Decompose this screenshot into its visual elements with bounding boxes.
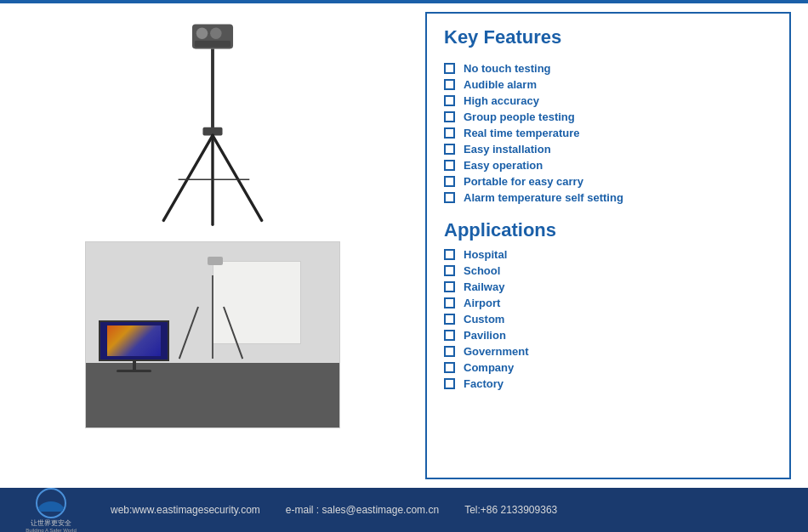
- app-checkbox: [444, 362, 455, 373]
- footer-tel-value: +86 2133909363: [481, 504, 557, 516]
- logo-text-cn: 让世界更安全: [31, 518, 71, 528]
- app-text: Pavilion: [464, 329, 506, 342]
- svg-rect-4: [211, 48, 214, 130]
- feature-text: Real time temperature: [464, 127, 580, 139]
- feature-item: Alarm temperature self setting: [444, 191, 772, 204]
- feature-checkbox: [444, 127, 455, 139]
- footer: 让世界更安全 Building A Safer World web:www.ea…: [0, 488, 808, 532]
- app-checkbox: [444, 314, 455, 325]
- svg-line-6: [163, 135, 213, 220]
- camera-device: [208, 257, 223, 265]
- feature-text: High accuracy: [464, 94, 539, 107]
- app-item: Government: [444, 345, 772, 358]
- feature-checkbox: [444, 79, 455, 90]
- features-title: Key Features: [444, 26, 772, 48]
- app-text: Company: [464, 361, 514, 374]
- app-checkbox: [444, 249, 455, 260]
- monitor-screen-inner: [107, 325, 162, 356]
- app-item: Airport: [444, 297, 772, 309]
- logo-label: Building A Safer World: [26, 528, 77, 533]
- applications-section: Applications HospitalSchoolRailwayAirpor…: [444, 219, 772, 390]
- room-floor: [86, 363, 339, 427]
- monitor: [99, 320, 169, 372]
- feature-text: No touch testing: [464, 62, 551, 75]
- feature-text: Alarm temperature self setting: [464, 191, 623, 204]
- feature-item: Easy operation: [444, 159, 772, 172]
- svg-line-7: [213, 135, 262, 220]
- room-scene: [86, 242, 339, 427]
- feature-item: No touch testing: [444, 62, 772, 75]
- room-board: [213, 261, 301, 344]
- feature-item: High accuracy: [444, 94, 772, 107]
- monitor-base: [117, 370, 152, 372]
- app-checkbox: [444, 378, 455, 389]
- feature-checkbox: [444, 111, 455, 122]
- svg-rect-1: [196, 27, 208, 38]
- footer-email-label: e-mail :: [286, 504, 319, 516]
- logo-circle: [36, 488, 66, 518]
- app-checkbox: [444, 297, 455, 308]
- tripod-svg: [128, 16, 298, 229]
- footer-website-value: www.eastimagesecurity.com: [132, 504, 260, 516]
- app-text: Factory: [464, 377, 504, 390]
- feature-text: Group people testing: [464, 110, 575, 123]
- app-text: Railway: [464, 280, 504, 293]
- app-checkbox: [444, 330, 455, 341]
- product-image-room: [85, 241, 340, 428]
- footer-tel-label: Tel:: [464, 504, 481, 516]
- app-text: School: [464, 264, 500, 277]
- feature-item: Audible alarm: [444, 78, 772, 91]
- app-item: Factory: [444, 377, 772, 390]
- main-content: Key Features No touch testingAudible ala…: [0, 3, 808, 488]
- applications-list: HospitalSchoolRailwayAirportCustomPavili…: [444, 248, 772, 390]
- feature-checkbox: [444, 63, 455, 74]
- monitor-stand: [133, 361, 136, 369]
- feature-item: Portable for easy carry: [444, 175, 772, 188]
- product-image-tripod: [85, 12, 340, 233]
- feature-text: Easy installation: [464, 143, 551, 156]
- feature-checkbox: [444, 192, 455, 203]
- footer-text: web:www.eastimagesecurity.com e-mail : s…: [111, 504, 557, 516]
- app-text: Custom: [464, 313, 504, 325]
- app-checkbox: [444, 281, 455, 292]
- features-list: No touch testingAudible alarmHigh accura…: [444, 62, 772, 204]
- applications-title: Applications: [444, 219, 772, 241]
- feature-checkbox: [444, 160, 455, 171]
- app-checkbox: [444, 265, 455, 276]
- feature-text: Easy operation: [464, 159, 543, 172]
- footer-logo: 让世界更安全 Building A Safer World: [17, 488, 85, 533]
- footer-tel: Tel:+86 2133909363: [464, 504, 557, 516]
- footer-website-label: web:: [111, 504, 132, 516]
- app-text: Government: [464, 345, 529, 358]
- app-item: Railway: [444, 280, 772, 293]
- right-panel: Key Features No touch testingAudible ala…: [425, 12, 791, 479]
- app-item: School: [444, 264, 772, 277]
- feature-checkbox: [444, 144, 455, 155]
- app-item: Pavilion: [444, 329, 772, 342]
- app-text: Airport: [464, 297, 500, 309]
- feature-text: Audible alarm: [464, 78, 537, 91]
- feature-item: Real time temperature: [444, 127, 772, 139]
- svg-rect-3: [195, 41, 230, 48]
- tripod-stand: [212, 275, 213, 359]
- footer-email-value: sales@eastimage.com.cn: [322, 504, 440, 516]
- footer-email: e-mail : sales@eastimage.com.cn: [286, 504, 439, 516]
- svg-rect-2: [210, 27, 221, 38]
- footer-website: web:www.eastimagesecurity.com: [111, 504, 260, 516]
- app-checkbox: [444, 346, 455, 357]
- feature-checkbox: [444, 95, 455, 106]
- app-item: Company: [444, 361, 772, 374]
- left-panel: [17, 12, 408, 479]
- app-item: Hospital: [444, 248, 772, 261]
- feature-checkbox: [444, 176, 455, 187]
- feature-text: Portable for easy carry: [464, 175, 583, 188]
- monitor-screen: [99, 320, 169, 362]
- app-item: Custom: [444, 313, 772, 325]
- logo-wave: [37, 501, 65, 512]
- feature-item: Easy installation: [444, 143, 772, 156]
- feature-item: Group people testing: [444, 110, 772, 123]
- app-text: Hospital: [464, 248, 507, 261]
